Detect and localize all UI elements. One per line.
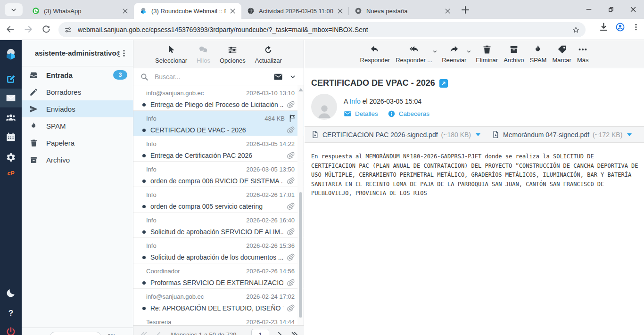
folder-enviados[interactable]: Enviados: [22, 100, 133, 117]
toolbar-reenviar-button[interactable]: Reenviar: [439, 43, 469, 65]
rail-dark-mode[interactable]: [0, 284, 22, 302]
tab-search-button[interactable]: [5, 3, 23, 16]
folder-papelera[interactable]: Papelera: [22, 134, 133, 151]
clip-icon: [285, 303, 296, 313]
first-page-icon[interactable]: [140, 331, 148, 335]
refresh-icon: [263, 45, 273, 55]
search-input[interactable]: [154, 73, 273, 81]
url-text[interactable]: webmail.sanjuan.gob.ec/cpsess1453769393/…: [78, 26, 572, 33]
browser-tab-3[interactable]: Actividad 2026-03-05 11:00:0: [241, 3, 349, 19]
toolbar-responder-button[interactable]: Responder: [358, 43, 393, 65]
toolbar-eliminar-button[interactable]: Eliminar: [473, 43, 500, 65]
tab-close-icon[interactable]: [229, 7, 237, 15]
forward-button[interactable]: [21, 22, 36, 37]
next-page-icon[interactable]: [276, 331, 283, 335]
last-page-icon[interactable]: [291, 331, 298, 335]
folder-spam[interactable]: SPAM: [22, 117, 133, 134]
message-date: 2026-02-24 17:02: [246, 293, 295, 300]
profile-icon[interactable]: [615, 22, 625, 32]
folder-borradores[interactable]: Borradores: [22, 83, 133, 100]
pointer-icon: [166, 45, 176, 55]
people-icon: [6, 113, 16, 123]
toolbar-ms-button[interactable]: Más: [575, 43, 591, 65]
folder-entrada[interactable]: Entrada3: [22, 66, 133, 83]
reply-icon: [370, 44, 380, 55]
message-row-6[interactable]: Info2026-02-26 16:40Solicitud de aprobac…: [133, 212, 304, 238]
message-row-5[interactable]: Info2026-02-26 17:01orden de compra 005 …: [133, 187, 304, 212]
attachment-menu-caret[interactable]: [627, 133, 632, 136]
rail-cpanel[interactable]: cP: [0, 164, 22, 183]
headers-button[interactable]: Cabeceras: [388, 110, 429, 118]
site-settings-icon[interactable]: [64, 26, 72, 34]
rail-help[interactable]: ?: [0, 303, 22, 322]
rail-logout[interactable]: [0, 322, 22, 335]
browser-tab-2[interactable]: (3) Roundcube Webmail :: Envia: [134, 3, 241, 19]
unread-dot: [142, 281, 146, 285]
message-row-3[interactable]: Info2026-03-05 14:22Entrega de Certifica…: [133, 136, 304, 162]
recipient-link[interactable]: Info: [349, 98, 360, 105]
chev-down-icon[interactable]: [466, 49, 471, 54]
clip-icon: [285, 99, 296, 110]
message-row-7[interactable]: Info2026-02-26 15:36Solicitud de aprobac…: [133, 238, 304, 263]
toolbar-opciones-button[interactable]: Opciones: [217, 44, 248, 65]
toolbar-hilos-button[interactable]: Hilos: [194, 44, 213, 65]
message-row-4[interactable]: Info2026-03-05 13:50orden de compra 006 …: [133, 162, 304, 187]
flag-icon[interactable]: [288, 114, 297, 123]
list-scrollbar[interactable]: [297, 85, 304, 335]
search-scope-mail-icon[interactable]: [273, 72, 283, 82]
flame-icon: [533, 44, 543, 55]
toolbar-seleccionar-button[interactable]: Seleccionar: [153, 44, 190, 65]
tab-close-icon[interactable]: [444, 7, 452, 15]
message-date: 2026-03-05 14:22: [246, 140, 295, 147]
search-options-chevron-icon[interactable]: [289, 74, 296, 80]
open-in-new-window-button[interactable]: [439, 79, 448, 88]
reload-button[interactable]: [39, 22, 54, 37]
attachment-menu-caret[interactable]: [476, 133, 480, 136]
attachment-2[interactable]: Memorándum 047-signed.pdf(~172 KB): [492, 131, 632, 139]
toolbar-spam-button[interactable]: SPAM: [528, 43, 549, 65]
toolbar-actualizar-button[interactable]: Actualizar: [253, 44, 284, 65]
threads-icon: [198, 45, 208, 55]
tab-close-icon[interactable]: [336, 7, 344, 15]
tab-close-icon[interactable]: [121, 7, 129, 15]
restore-button[interactable]: [600, 0, 622, 19]
toolbar-archivo-button[interactable]: Archivo: [501, 43, 526, 65]
pencil-icon: [29, 88, 38, 97]
message-row-8[interactable]: Coordinador2026-02-26 14:56Proformas SER…: [133, 263, 304, 289]
restore-icon: [607, 5, 615, 14]
folder-label: SPAM: [46, 122, 127, 130]
pagination-label: Mensajes 1 a 50 de 729: [163, 331, 245, 335]
toolbar-button-label: Marcar: [552, 57, 571, 64]
browser-tab-1[interactable]: (3) WhatsApp: [26, 3, 134, 19]
calendar-icon: [6, 132, 16, 142]
message-row-9[interactable]: info@sanjuan.gob.ec2026-02-24 17:02Re: A…: [133, 289, 304, 314]
address-bar[interactable]: webmail.sanjuan.gob.ec/cpsess1453769393/…: [58, 22, 586, 37]
scroll-up-arrow[interactable]: [298, 88, 303, 91]
message-row-1[interactable]: info@sanjuan.gob.ec2026-03-10 13:10Entre…: [133, 85, 304, 111]
chev-down-icon[interactable]: [432, 49, 438, 54]
toolbar-responder-button[interactable]: Responder ...: [393, 43, 435, 65]
close-window-button[interactable]: [622, 0, 644, 19]
rail-mail[interactable]: [0, 89, 22, 107]
attachment-1[interactable]: CERTIFICACION PAC 2026-signed.pdf(~180 K…: [311, 131, 480, 139]
toolbar-marcar-button[interactable]: Marcar: [550, 43, 573, 65]
new-tab-button[interactable]: [460, 4, 471, 16]
browser-tab-4[interactable]: Nueva pestaña: [349, 3, 456, 19]
browser-menu-icon[interactable]: [632, 22, 640, 32]
folder-options-icon[interactable]: [120, 49, 128, 57]
prev-page-icon[interactable]: [155, 331, 163, 335]
bookmark-star-icon[interactable]: [572, 26, 580, 34]
folder-label: Papelera: [46, 139, 127, 147]
message-subject: Entrega de Pliego del Proceso de Licitac…: [150, 101, 283, 108]
back-button[interactable]: [3, 22, 18, 37]
scrollbar-thumb[interactable]: [299, 192, 302, 318]
folder-archivo[interactable]: Archivo: [22, 151, 133, 168]
rail-contacts[interactable]: [0, 108, 22, 127]
message-row-2[interactable]: Info484 KBCERTIFICADO DE VPAC - 2026: [133, 111, 304, 136]
details-button[interactable]: Detalles: [344, 110, 378, 118]
rail-compose[interactable]: [0, 70, 22, 89]
page-input[interactable]: [251, 329, 269, 335]
minimize-button[interactable]: [578, 0, 600, 19]
downloads-icon[interactable]: [599, 22, 609, 32]
rail-calendar[interactable]: [0, 128, 22, 147]
